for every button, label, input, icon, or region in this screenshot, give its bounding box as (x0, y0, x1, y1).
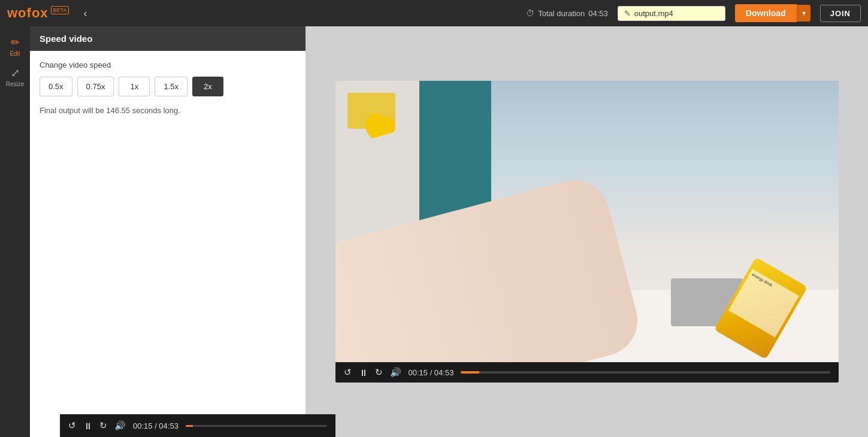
sidebar-icons: ✏ Edit ⤢ Resize (0, 26, 30, 437)
video-background: energy drink (335, 81, 839, 362)
speed-btn-1x[interactable]: 1x (119, 77, 150, 96)
video-progress-bar[interactable] (461, 371, 830, 374)
video-time-display: 00:15 / 04:53 (409, 368, 454, 377)
video-forward-button[interactable]: ↻ (375, 367, 383, 378)
bottom-progress-bar[interactable] (186, 425, 327, 427)
speed-btn-2x[interactable]: 2x (192, 77, 223, 96)
panel-title: Speed video (40, 34, 92, 44)
shelf-yellow-box (347, 93, 395, 129)
download-button[interactable]: Download (735, 4, 797, 22)
speed-btn-15x[interactable]: 1.5x (155, 77, 187, 96)
speed-btn-05x[interactable]: 0.5x (40, 77, 72, 96)
filename: output.mp4 (634, 9, 673, 18)
forward-button[interactable]: ↻ (99, 420, 107, 431)
video-restart-button[interactable]: ↺ (344, 367, 352, 378)
speed-buttons: 0.5x 0.75x 1x 1.5x 2x (40, 77, 296, 96)
video-controls: ↺ ⏸ ↻ 🔊 00:15 / 04:53 (335, 362, 839, 383)
pause-button[interactable]: ⏸ (83, 421, 92, 431)
sidebar-resize-label: Resize (6, 81, 25, 87)
beta-badge: BETA (51, 6, 69, 14)
duration-value: 04:53 (588, 9, 608, 18)
resize-icon: ⤢ (11, 66, 20, 80)
main-content: ✏ Edit ⤢ Resize Speed video Change video… (0, 26, 868, 437)
speed-btn-075x[interactable]: 0.75x (77, 77, 114, 96)
sidebar-edit-label: Edit (10, 50, 20, 57)
video-frame[interactable]: energy drink (335, 81, 839, 362)
duration-info: ⏱ Total duration 04:53 (526, 8, 608, 18)
video-wrapper: energy drink ↺ ⏸ ↻ 🔊 00:15 / 04:53 (335, 81, 839, 383)
dropdown-icon: ▾ (802, 9, 806, 17)
change-speed-label: Change video speed (40, 60, 296, 69)
video-pause-button[interactable]: ⏸ (359, 368, 368, 378)
duration-label: Total duration (538, 9, 585, 18)
volume-button[interactable]: 🔊 (114, 420, 126, 431)
panel-header: Speed video (30, 26, 306, 51)
download-btn-group: Download ▾ (735, 4, 810, 22)
edit-icon: ✏ (11, 36, 20, 49)
bottom-time-display: 00:15 / 04:53 (133, 421, 179, 430)
sidebar-item-edit[interactable]: ✏ Edit (0, 32, 30, 60)
filename-box[interactable]: ✎ output.mp4 (618, 6, 725, 21)
panel: Speed video Change video speed 0.5x 0.75… (30, 26, 306, 437)
panel-body: Change video speed 0.5x 0.75x 1x 1.5x 2x… (30, 51, 306, 437)
restart-button[interactable]: ↺ (68, 420, 76, 431)
video-progress-fill (461, 371, 479, 374)
edit-file-icon: ✎ (624, 9, 631, 18)
download-dropdown-button[interactable]: ▾ (797, 5, 810, 22)
logo: wofox (7, 5, 49, 21)
output-info: Final output will be 146.55 seconds long… (40, 106, 296, 115)
sidebar-item-resize[interactable]: ⤢ Resize (0, 63, 30, 91)
topbar: wofox BETA ‹ ⏱ Total duration 04:53 ✎ ou… (0, 0, 868, 26)
video-volume-button[interactable]: 🔊 (390, 367, 401, 378)
clock-icon: ⏱ (526, 8, 534, 18)
join-button[interactable]: JOIN (820, 5, 861, 22)
video-area: energy drink ↺ ⏸ ↻ 🔊 00:15 / 04:53 (306, 26, 868, 437)
back-button[interactable]: ‹ (83, 7, 87, 20)
bottom-video-controls: ↺ ⏸ ↻ 🔊 00:15 / 04:53 (60, 414, 335, 437)
logo-area: wofox BETA (7, 5, 69, 21)
bottom-progress-fill (186, 425, 193, 427)
